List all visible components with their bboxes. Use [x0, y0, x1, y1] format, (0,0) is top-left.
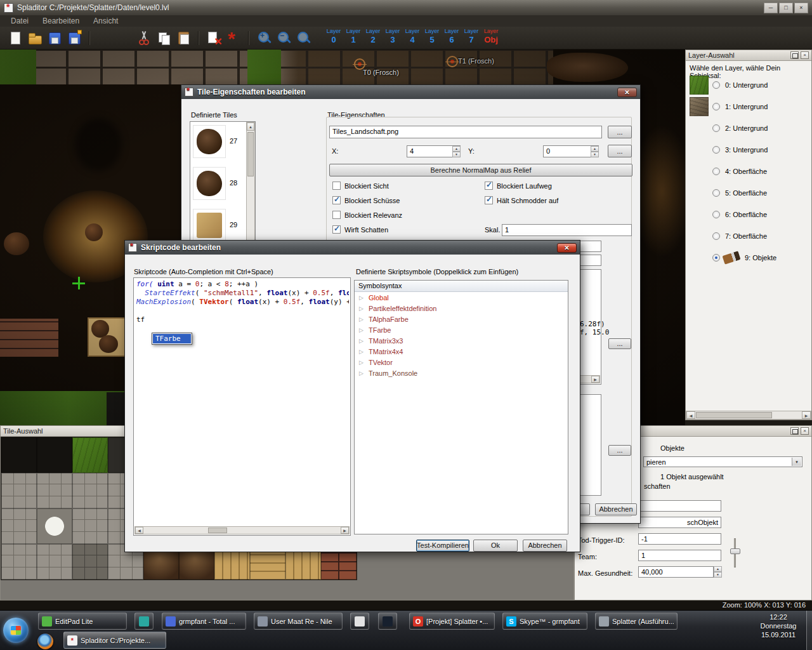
- scroll-right-icon[interactable]: ▶: [341, 527, 349, 534]
- copy-icon[interactable]: [156, 30, 171, 46]
- trigger-marker-t1[interactable]: [447, 56, 458, 67]
- symbol-tvektor[interactable]: ▷TVektor: [355, 357, 568, 368]
- object-type-field[interactable]: schObjekt: [638, 517, 721, 528]
- layer-button-obj[interactable]: LayerObj: [481, 28, 501, 48]
- cut-icon[interactable]: [136, 30, 152, 46]
- maximize-button[interactable]: □: [779, 3, 793, 13]
- taskbar-button-tray-tool-1[interactable]: [134, 613, 154, 630]
- layer-item-6-oberfl-che[interactable]: 6: Oberfläche: [687, 204, 810, 225]
- browse-script-button-2[interactable]: ...: [608, 445, 631, 456]
- minimize-button[interactable]: ─: [764, 3, 778, 13]
- skal-field[interactable]: 1: [502, 224, 632, 236]
- palette-tile-dark[interactable]: [1, 437, 37, 473]
- tree-expander-icon[interactable]: ▷: [359, 370, 369, 376]
- scroll-left-icon[interactable]: ◀: [686, 411, 695, 419]
- layer-item-1-untergrund[interactable]: 1: Untergrund: [687, 96, 810, 117]
- autocomplete-popup[interactable]: TFarbe: [152, 333, 192, 345]
- layer-radio[interactable]: [712, 81, 720, 89]
- close-button[interactable]: ×: [794, 3, 808, 13]
- checkbox-blockiert-relevanz[interactable]: [332, 211, 341, 219]
- object-action-combo[interactable]: pieren ▼: [643, 456, 802, 467]
- layer-item-0-untergrund[interactable]: 0: Untergrund: [687, 74, 810, 96]
- layer-button-4[interactable]: Layer4: [403, 28, 422, 48]
- scroll-thumb[interactable]: [208, 527, 227, 533]
- palette-tile-grass[interactable]: [72, 437, 108, 473]
- checkbox-wirft-schatten[interactable]: [332, 225, 341, 234]
- code-editor[interactable]: for( uint a = 0; a < 8; ++a ) StarteEffe…: [133, 277, 351, 536]
- splatter-icon[interactable]: [226, 30, 241, 46]
- taskbar-button-editpad-lite[interactable]: EditPad Lite: [38, 613, 127, 630]
- layer-button-7[interactable]: Layer7: [462, 28, 481, 48]
- layer-item-7-oberfl-che[interactable]: 7: Oberfläche: [687, 225, 810, 247]
- scroll-thumb[interactable]: [696, 412, 772, 418]
- palette-tile-stone[interactable]: [72, 473, 108, 508]
- layer-button-0[interactable]: Layer0: [324, 28, 343, 48]
- browse-script-button[interactable]: ...: [608, 338, 631, 349]
- gesundheit-slider[interactable]: [730, 548, 740, 554]
- close-panel-icon[interactable]: ×: [801, 51, 809, 59]
- tree-expander-icon[interactable]: ▷: [359, 327, 369, 333]
- menu-bearbeiten[interactable]: Bearbeiten: [37, 17, 85, 25]
- taskbar-button-projekt-splatter[interactable]: O[Projekt] Splatter •...: [409, 613, 495, 630]
- tree-expander-icon[interactable]: ▷: [359, 348, 369, 355]
- palette-tile-stone[interactable]: [72, 508, 108, 544]
- autocomplete-item[interactable]: TFarbe: [153, 334, 191, 343]
- cancel-button[interactable]: Abbrechen: [595, 503, 637, 515]
- palette-tile-stone[interactable]: [1, 473, 37, 508]
- tree-expander-icon[interactable]: ▷: [359, 338, 369, 344]
- chevron-down-icon[interactable]: ▼: [792, 458, 801, 466]
- layer-radio[interactable]: [712, 168, 720, 175]
- layer-button-1[interactable]: Layer1: [344, 28, 363, 48]
- layer-item-5-oberfl-che[interactable]: 5: Oberfläche: [687, 182, 810, 204]
- save-as-icon[interactable]: [67, 30, 82, 46]
- symbols-header[interactable]: Symbolsyntax: [355, 281, 568, 292]
- palette-tile-stone[interactable]: [37, 544, 72, 580]
- cancel-button[interactable]: Abbrechen: [523, 540, 567, 552]
- palette-tile-stone[interactable]: [37, 473, 72, 508]
- tree-expander-icon[interactable]: ▷: [359, 316, 369, 322]
- normalmap-button[interactable]: Berechne NormalMap aus Relief: [329, 164, 632, 176]
- taskbar-button-splatter-exe[interactable]: Splatter (Ausführu...: [595, 613, 678, 630]
- layer-button-6[interactable]: Layer6: [442, 28, 461, 48]
- open-icon[interactable]: [27, 30, 43, 46]
- layer-button-2[interactable]: Layer2: [363, 28, 383, 48]
- redo-icon[interactable]: [117, 30, 132, 46]
- taskbar-button-spladitor[interactable]: *Spladitor C:/Projekte...: [63, 632, 166, 649]
- palette-tile-stone[interactable]: [1, 508, 37, 544]
- firefox-icon[interactable]: [37, 633, 53, 649]
- y-spinner-arrows[interactable]: ▲▼: [591, 146, 599, 157]
- layer-panel-hscrollbar[interactable]: ◀ ▶: [686, 411, 811, 420]
- zoom-in-icon[interactable]: +: [256, 30, 272, 46]
- layer-item-9-objekte[interactable]: 9: Objekte: [687, 247, 810, 269]
- symbol-tfarbe[interactable]: ▷TFarbe: [355, 324, 568, 335]
- tile-entry-27[interactable]: 27: [190, 122, 255, 164]
- float-panel-icon[interactable]: [790, 427, 799, 435]
- zoom-out-icon[interactable]: −: [276, 30, 291, 46]
- tileset-filename-field[interactable]: Tiles_Landschaft.png: [329, 126, 602, 138]
- scroll-left-icon[interactable]: ◀: [135, 527, 143, 534]
- layer-radio[interactable]: [712, 124, 720, 132]
- close-icon[interactable]: ✕: [557, 243, 577, 253]
- checkbox-h-lt-schmodder-auf[interactable]: [485, 196, 493, 204]
- new-icon[interactable]: [8, 30, 23, 46]
- zoom-reset-icon[interactable]: [296, 30, 311, 46]
- start-button[interactable]: [3, 618, 29, 643]
- palette-tile-dark[interactable]: [37, 437, 72, 473]
- browse-xy-button[interactable]: ...: [608, 145, 632, 157]
- tree-expander-icon[interactable]: ▷: [359, 359, 369, 366]
- clock[interactable]: 12:22 Donnerstag 15.09.2011: [752, 613, 804, 639]
- checkbox-blockiert-laufweg[interactable]: [485, 182, 493, 190]
- taskbar-button-skype[interactable]: SSkype™ - grmpfant: [502, 613, 587, 630]
- float-panel-icon[interactable]: [790, 51, 799, 59]
- layer-radio[interactable]: [712, 189, 720, 197]
- layer-item-3-untergrund[interactable]: 3: Untergrund: [687, 139, 810, 161]
- taskbar-button-total-commander[interactable]: grmpfant - Total ...: [162, 613, 246, 630]
- layer-radio[interactable]: [712, 232, 720, 240]
- scroll-up-icon[interactable]: ▲: [247, 123, 254, 131]
- editor-hscrollbar[interactable]: ◀ ▶: [134, 526, 350, 534]
- layer-radio[interactable]: [712, 211, 720, 218]
- tree-expander-icon[interactable]: ▷: [359, 295, 369, 301]
- layer-button-5[interactable]: Layer5: [422, 28, 442, 48]
- layer-button-3[interactable]: Layer3: [383, 28, 402, 48]
- palette-tile-circle[interactable]: [37, 508, 72, 544]
